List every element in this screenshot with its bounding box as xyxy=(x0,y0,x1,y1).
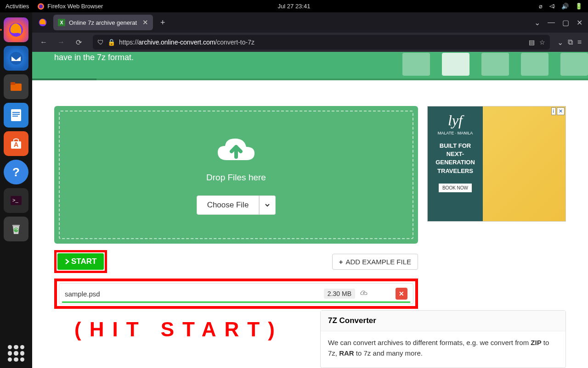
add-example-label: ADD EXAMPLE FILE xyxy=(345,258,411,266)
ad-controls: i ✕ xyxy=(551,107,565,115)
dock-thunderbird[interactable] xyxy=(4,46,28,71)
url-bar[interactable]: 🛡 🔒 https://archive.online-convert.com/c… xyxy=(93,35,550,50)
dock-files[interactable] xyxy=(4,74,28,99)
start-button-label: START xyxy=(71,257,96,266)
ad-logo: lyf xyxy=(433,112,477,129)
tab-close-button[interactable]: ✕ xyxy=(142,18,148,27)
dock-trash[interactable] xyxy=(4,217,28,241)
plus-icon: + xyxy=(339,258,343,266)
dropzone-label: Drop Files here xyxy=(206,173,266,183)
start-highlight: START xyxy=(54,250,107,273)
list-tabs-icon[interactable]: ⌄ xyxy=(534,18,540,27)
firefox-icon xyxy=(38,18,47,27)
hdr-chart-icon[interactable] xyxy=(442,53,469,76)
dock-libreoffice-writer[interactable] xyxy=(4,103,28,128)
firefox-toolbar: ← → ⟳ 🛡 🔒 https://archive.online-convert… xyxy=(32,33,588,52)
svg-rect-5 xyxy=(11,82,15,85)
nav-back-button[interactable]: ← xyxy=(37,35,51,49)
nav-reload-button[interactable]: ⟳ xyxy=(72,35,85,49)
pocket-icon[interactable]: ⌄ xyxy=(557,38,563,47)
tab-title: Online 7z archive generat xyxy=(69,19,137,26)
file-dropzone[interactable]: Drop Files here Choose File xyxy=(54,106,418,244)
browser-tab[interactable]: X Online 7z archive generat ✕ xyxy=(53,15,153,30)
accessibility-icon[interactable]: ⌀ xyxy=(539,3,543,10)
firefox-icon xyxy=(37,3,45,10)
volume-icon[interactable]: 🔊 xyxy=(561,3,569,10)
hdr-png-icon[interactable] xyxy=(402,53,430,76)
file-size: 2.30 MB xyxy=(324,289,355,299)
extensions-icon[interactable]: ⧉ xyxy=(568,38,573,47)
hdr-doc-icon[interactable] xyxy=(481,53,509,76)
ad-location: MALATE · MANILA xyxy=(433,131,477,135)
dock-show-apps[interactable] xyxy=(8,345,24,362)
file-delete-button[interactable]: ✕ xyxy=(396,288,407,300)
network-icon[interactable]: ⏿ xyxy=(549,3,555,10)
choose-file-dropdown[interactable] xyxy=(259,195,276,215)
advertisement[interactable]: lyf MALATE · MANILA BUILT FOR NEXT-GENER… xyxy=(427,106,566,222)
app-menu-button[interactable]: ≡ xyxy=(577,38,582,47)
firefox-home-button[interactable] xyxy=(35,15,51,30)
window-close-button[interactable]: ✕ xyxy=(577,18,582,27)
page-header: have in the 7z format. xyxy=(32,52,588,78)
hdr-pdf-icon[interactable] xyxy=(521,53,548,76)
add-example-button[interactable]: + ADD EXAMPLE FILE xyxy=(332,254,418,270)
svg-rect-9 xyxy=(12,116,18,117)
battery-icon[interactable]: 🔋 xyxy=(575,3,582,10)
url-text: https://archive.online-convert.com/conve… xyxy=(119,39,254,46)
info-card-title: 7Z Converter xyxy=(321,311,565,331)
hdr-font-icon[interactable] xyxy=(560,53,588,76)
header-nav-icons xyxy=(402,52,588,78)
active-app[interactable]: Firefox Web Browser xyxy=(37,3,103,10)
clock[interactable]: Jul 27 23:41 xyxy=(278,3,311,10)
dock-ubuntu-software[interactable]: A xyxy=(4,131,28,156)
activities-button[interactable]: Activities xyxy=(6,3,29,10)
ad-info-icon[interactable]: i xyxy=(551,107,556,115)
file-name: sample.psd xyxy=(65,290,100,298)
firefox-tab-bar: X Online 7z archive generat ✕ + ⌄ — ▢ ✕ xyxy=(32,12,588,33)
svg-rect-7 xyxy=(12,112,20,113)
file-highlight: sample.psd 2.30 MB ✕ xyxy=(54,279,418,309)
lock-icon[interactable]: 🔒 xyxy=(107,39,115,46)
gnome-top-bar: Activities Firefox Web Browser Jul 27 23… xyxy=(0,0,588,12)
ubuntu-dock: A ? >_ xyxy=(0,12,32,368)
firefox-window: X Online 7z archive generat ✕ + ⌄ — ▢ ✕ … xyxy=(32,12,588,368)
shield-icon[interactable]: 🛡 xyxy=(97,39,104,46)
window-minimize-button[interactable]: — xyxy=(548,18,555,27)
upload-cloud-icon xyxy=(213,135,259,167)
svg-text:A: A xyxy=(14,141,18,148)
ad-cta-button[interactable]: BOOK NOW xyxy=(439,184,472,192)
svg-rect-6 xyxy=(11,109,21,121)
nav-forward-button[interactable]: → xyxy=(54,35,68,49)
start-button[interactable]: START xyxy=(57,253,104,270)
dock-firefox[interactable] xyxy=(4,17,28,42)
svg-rect-8 xyxy=(12,114,20,115)
info-card-body: We can convert archives to different for… xyxy=(321,331,565,368)
info-card: 7Z Converter We can convert archives to … xyxy=(320,310,566,368)
svg-rect-14 xyxy=(12,225,20,226)
reader-mode-icon[interactable]: ▤ xyxy=(529,39,535,46)
header-subtitle: have in the 7z format. xyxy=(54,52,134,62)
choose-file-button[interactable]: Choose File xyxy=(197,195,276,215)
file-row: sample.psd 2.30 MB ✕ xyxy=(59,283,413,304)
dock-help[interactable]: ? xyxy=(4,160,28,184)
file-source-icon xyxy=(360,289,368,299)
svg-point-1 xyxy=(39,5,43,8)
bookmark-star-icon[interactable]: ☆ xyxy=(539,39,545,46)
active-app-label: Firefox Web Browser xyxy=(47,3,103,10)
page-content: have in the 7z format. Drop Files here xyxy=(32,52,588,368)
svg-text:>_: >_ xyxy=(12,197,18,203)
ad-close-icon[interactable]: ✕ xyxy=(557,107,565,115)
chevron-right-icon xyxy=(65,258,69,265)
window-maximize-button[interactable]: ▢ xyxy=(562,18,569,27)
dock-terminal[interactable]: >_ xyxy=(4,188,28,213)
new-tab-button[interactable]: + xyxy=(156,18,170,28)
ad-headline: BUILT FOR NEXT-GENERATION TRAVELERS xyxy=(433,142,477,175)
choose-file-label: Choose File xyxy=(197,195,260,215)
site-favicon: X xyxy=(58,19,65,26)
chevron-down-icon xyxy=(265,202,270,208)
